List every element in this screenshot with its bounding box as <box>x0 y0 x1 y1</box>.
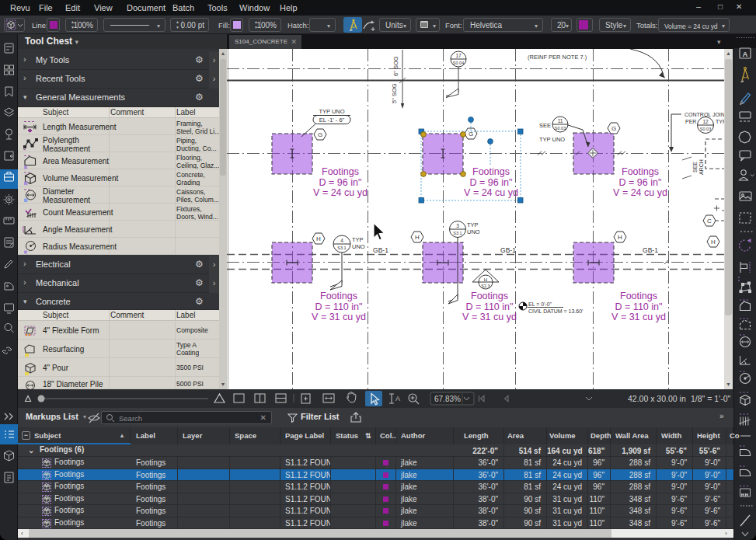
svg-text:CIVIL DATUM = 13.60': CIVIL DATUM = 13.60' <box>528 308 583 314</box>
svg-text:4: 4 <box>340 238 343 243</box>
svg-text:S0.03: S0.03 <box>555 126 566 131</box>
svg-text:S0.04: S0.04 <box>453 61 464 65</box>
svg-text:12: 12 <box>702 119 709 124</box>
svg-text:11: 11 <box>558 118 563 124</box>
svg-text:5" SOG: 5" SOG <box>391 83 398 103</box>
svg-text:S3.1: S3.1 <box>453 231 462 235</box>
svg-text:1/8" = 1'-0": 1/8" = 1'-0" <box>691 394 730 403</box>
svg-text:V = 24 cu yd: V = 24 cu yd <box>613 187 667 198</box>
svg-text:TYP: TYP <box>352 236 364 243</box>
svg-text:H: H <box>316 235 321 242</box>
svg-text:67.83%: 67.83% <box>434 395 461 403</box>
svg-text:TYP: TYP <box>716 119 724 124</box>
svg-text:D = 110 in": D = 110 in" <box>615 301 663 312</box>
svg-text:42.00 x 30.00 in: 42.00 x 30.00 in <box>628 394 686 403</box>
svg-text:G: G <box>318 131 322 138</box>
svg-text:C: C <box>707 218 712 225</box>
svg-text:H: H <box>618 234 622 241</box>
svg-text:GB-1: GB-1 <box>500 246 516 254</box>
svg-text:G: G <box>611 125 616 132</box>
svg-text:S0.03: S0.03 <box>700 127 711 131</box>
svg-text:S2.3: S2.3 <box>481 284 489 288</box>
svg-text:D = 110 in": D = 110 in" <box>466 301 514 312</box>
svg-text:V = 31 cu yd: V = 31 cu yd <box>312 312 366 322</box>
svg-text:V = 24 cu yd: V = 24 cu yd <box>313 187 368 198</box>
svg-text:V = 31 cu yd: V = 31 cu yd <box>611 312 666 322</box>
svg-text:D = 96 in": D = 96 in" <box>619 177 662 188</box>
svg-text:TYP UNO: TYP UNO <box>539 136 565 143</box>
svg-text:V = 31 cu yd: V = 31 cu yd <box>462 312 517 322</box>
svg-text:Footings: Footings <box>472 166 510 177</box>
svg-text:GB-1: GB-1 <box>373 246 388 254</box>
svg-text:SEE: SEE <box>539 122 551 129</box>
svg-text:EL = 0'-0": EL = 0'-0" <box>528 301 552 307</box>
svg-text:A: A <box>395 395 400 402</box>
svg-text:TYP UNO: TYP UNO <box>319 108 344 115</box>
svg-text:Footings: Footings <box>471 291 508 301</box>
svg-text:17: 17 <box>455 53 462 58</box>
svg-text:6" SOG: 6" SOG <box>392 56 399 76</box>
svg-text:3: 3 <box>456 223 459 228</box>
svg-text:UNO: UNO <box>352 243 365 250</box>
svg-text:Footings: Footings <box>620 291 657 301</box>
svg-text:(REINF PER NOTE 7.): (REINF PER NOTE 7.) <box>528 54 587 61</box>
svg-text:Footings: Footings <box>320 291 357 301</box>
svg-text:D = 96 in": D = 96 in" <box>470 177 513 188</box>
svg-text:GB-1: GB-1 <box>643 246 658 254</box>
svg-text:Footings: Footings <box>322 166 359 177</box>
svg-text:Footings: Footings <box>622 166 659 177</box>
svg-text:V = 24 cu yd: V = 24 cu yd <box>464 187 518 198</box>
svg-text:D = 96 in": D = 96 in" <box>319 177 362 188</box>
svg-text:SEE: SEE <box>692 162 698 172</box>
svg-text:H: H <box>484 277 487 282</box>
svg-text:CONTROL JOINT: CONTROL JOINT <box>685 112 724 117</box>
svg-text:TYP: TYP <box>467 221 479 228</box>
svg-text:S3.1: S3.1 <box>337 246 346 250</box>
svg-text:UNO: UNO <box>467 228 480 235</box>
svg-text:H: H <box>415 234 420 241</box>
svg-text:EL -1' - 6": EL -1' - 6" <box>319 117 345 124</box>
svg-text:PER: PER <box>685 119 696 124</box>
svg-text:H: H <box>711 239 716 246</box>
svg-text:D = 110 in": D = 110 in" <box>315 301 363 312</box>
svg-text:ARCH: ARCH <box>699 159 704 175</box>
svg-text:A: A <box>743 50 748 58</box>
